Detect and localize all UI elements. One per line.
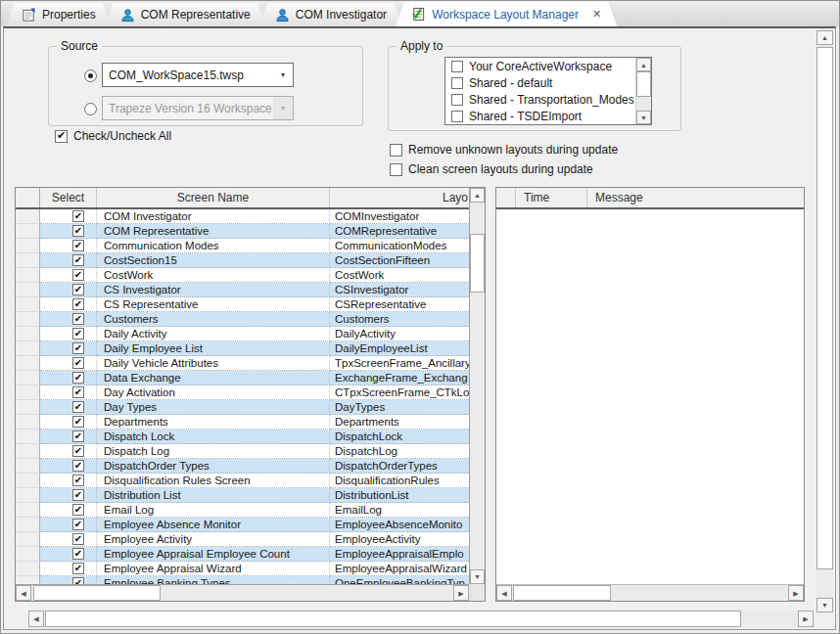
select-cell[interactable]: ✔ (40, 385, 97, 400)
scroll-left-icon[interactable]: ◀ (28, 611, 44, 627)
tab-com-investigator[interactable]: COM Investigator (259, 3, 402, 26)
checkbox[interactable]: ✔ (72, 460, 84, 472)
source-workspace-file-radio[interactable] (84, 69, 97, 82)
table-row[interactable]: ✔ Employee Appraisal Employee Count Empl… (16, 547, 469, 562)
select-cell[interactable]: ✔ (40, 532, 97, 547)
select-cell[interactable]: ✔ (40, 356, 97, 371)
checkbox[interactable]: ✔ (390, 144, 402, 157)
checkbox[interactable]: ✔ (72, 254, 84, 266)
table-row[interactable]: ✔ Daily Vehicle Attributes TpxScreenFram… (16, 356, 469, 371)
table-row[interactable]: ✔ COM Investigator COMInvestigator (16, 209, 469, 224)
checkbox[interactable]: ✔ (72, 401, 84, 413)
apply-to-list-scrollbar[interactable]: ▲ ▼ (635, 58, 651, 124)
select-cell[interactable]: ✔ (40, 341, 97, 356)
scroll-right-icon[interactable]: ▶ (798, 611, 814, 627)
select-cell[interactable]: ✔ (40, 297, 97, 312)
select-cell[interactable]: ✔ (40, 430, 97, 444)
message-column-header[interactable]: Message (587, 188, 804, 207)
checkbox[interactable]: ✔ (451, 94, 463, 106)
scroll-down-icon[interactable]: ▼ (470, 569, 485, 584)
select-cell[interactable]: ✔ (40, 327, 97, 341)
layout-column-header[interactable]: Layo (330, 188, 469, 207)
scrollbar-thumb[interactable] (470, 234, 485, 293)
screen-name-column-header[interactable]: Screen Name (97, 188, 330, 207)
table-row[interactable]: ✔ Daily Activity DailyActivity (16, 327, 469, 341)
table-row[interactable]: ✔ Customers Customers (16, 312, 469, 327)
check-uncheck-all-checkbox[interactable]: ✔ Check/Uncheck All (55, 129, 171, 143)
select-cell[interactable]: ✔ (40, 371, 97, 385)
select-cell[interactable]: ✔ (40, 576, 97, 584)
scroll-left-icon[interactable]: ◀ (16, 585, 31, 601)
scrollbar-thumb[interactable] (45, 611, 741, 627)
checkbox[interactable]: ✔ (451, 61, 463, 72)
select-cell[interactable]: ✔ (40, 312, 97, 327)
select-cell[interactable]: ✔ (40, 268, 97, 283)
table-row[interactable]: ✔ Departments Departments (16, 415, 469, 430)
select-cell[interactable]: ✔ (40, 547, 97, 562)
table-row[interactable]: ✔ CS Representative CSRepresentative (16, 297, 469, 312)
apply-to-item[interactable]: ✔ Your CoreActiveWorkspace (445, 58, 634, 74)
scrollbar-thumb[interactable] (33, 585, 161, 601)
select-cell[interactable]: ✔ (40, 400, 97, 415)
checkbox[interactable]: ✔ (72, 225, 84, 237)
checkbox[interactable]: ✔ (72, 328, 84, 340)
clean-screen-layouts-checkbox[interactable]: ✔ Clean screen layouts during update (390, 162, 593, 176)
table-row[interactable]: ✔ Dispatch Lock DispatchLock (16, 430, 469, 444)
scroll-up-icon[interactable]: ▲ (470, 188, 485, 203)
checkbox[interactable]: ✔ (72, 504, 84, 516)
apply-to-item[interactable]: ✔ Shared - Transportation_Modes (445, 91, 634, 108)
log-horizontal-scrollbar[interactable]: ◀ ▶ (496, 584, 804, 601)
screens-vertical-scrollbar[interactable]: ▲ ▼ (469, 188, 485, 584)
checkbox[interactable]: ✔ (72, 416, 84, 428)
checkbox[interactable]: ✔ (72, 577, 84, 584)
scrollbar-thumb[interactable] (636, 71, 651, 97)
page-vertical-scrollbar[interactable]: ▲ ▼ (817, 30, 833, 612)
remove-unknown-layouts-checkbox[interactable]: ✔ Remove unknown layouts during update (390, 143, 618, 157)
scroll-down-icon[interactable]: ▼ (817, 598, 833, 612)
checkbox[interactable]: ✔ (72, 548, 84, 560)
checkbox[interactable]: ✔ (451, 111, 463, 122)
checkbox[interactable]: ✔ (72, 240, 84, 251)
scroll-right-icon[interactable]: ▶ (788, 585, 804, 601)
table-row[interactable]: ✔ DispatchOrder Types DispatchOrderTypes (16, 459, 469, 474)
checkbox[interactable]: ✔ (451, 77, 463, 89)
tab-workspace-layout-manager[interactable]: Workspace Layout Manager ✕ (396, 2, 617, 26)
select-cell[interactable]: ✔ (40, 209, 97, 224)
select-column-header[interactable]: Select (40, 188, 97, 207)
scrollbar-thumb[interactable] (513, 585, 611, 601)
table-row[interactable]: ✔ Email Log EmailLog (16, 503, 469, 518)
checkbox[interactable]: ✔ (72, 475, 84, 486)
table-row[interactable]: ✔ Day Types DayTypes (16, 400, 469, 415)
checkbox[interactable]: ✔ (72, 210, 84, 222)
table-row[interactable]: ✔ COM Representative COMRepresentative (16, 224, 469, 239)
scroll-up-icon[interactable]: ▲ (817, 30, 833, 45)
checkbox[interactable]: ✔ (72, 430, 84, 442)
select-cell[interactable]: ✔ (40, 253, 97, 268)
checkbox[interactable]: ✔ (55, 130, 68, 143)
select-cell[interactable]: ✔ (40, 488, 97, 503)
table-row[interactable]: ✔ Data Exchange ExchangeFrame_Exchang (16, 371, 469, 385)
select-cell[interactable]: ✔ (40, 503, 97, 518)
checkbox[interactable]: ✔ (72, 445, 84, 457)
checkbox[interactable]: ✔ (72, 269, 84, 281)
table-row[interactable]: ✔ Daily Employee List DailyEmployeeList (16, 341, 469, 356)
scroll-up-icon[interactable]: ▲ (636, 58, 651, 71)
checkbox[interactable]: ✔ (72, 357, 84, 369)
select-cell[interactable]: ✔ (40, 224, 97, 239)
checkbox[interactable]: ✔ (390, 163, 402, 176)
chevron-down-icon[interactable]: ▾ (273, 64, 293, 86)
table-row[interactable]: ✔ Employee Activity EmployeeActivity (16, 532, 469, 547)
table-row[interactable]: ✔ Dispatch Log DispatchLog (16, 444, 469, 459)
table-row[interactable]: ✔ Distribution List DistributionList (16, 488, 469, 503)
checkbox[interactable]: ✔ (72, 313, 84, 325)
table-row[interactable]: ✔ Employee Absence Monitor EmployeeAbsen… (16, 518, 469, 532)
checkbox[interactable]: ✔ (72, 533, 84, 545)
tab-properties[interactable]: Properties (6, 3, 112, 26)
table-row[interactable]: ✔ Employee Banking Types OneEmployeeBank… (16, 576, 469, 584)
select-cell[interactable]: ✔ (40, 518, 97, 532)
checkbox[interactable]: ✔ (72, 298, 84, 310)
table-row[interactable]: ✔ Disqualification Rules Screen Disquali… (16, 474, 469, 488)
table-row[interactable]: ✔ Day Activation CTpxScreenFrame_CTkLoa (16, 385, 469, 400)
table-row[interactable]: ✔ Employee Appraisal Wizard EmployeeAppr… (16, 562, 469, 576)
page-horizontal-scrollbar[interactable]: ◀ ▶ (28, 611, 814, 627)
